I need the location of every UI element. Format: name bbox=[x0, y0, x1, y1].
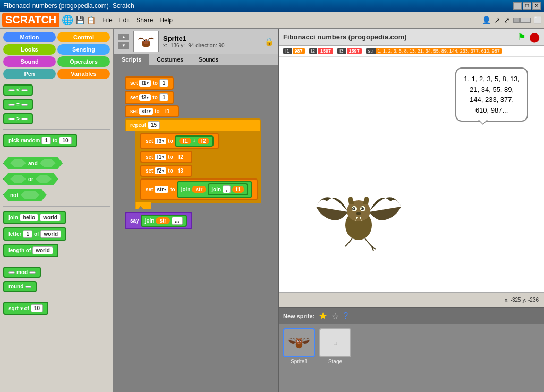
mod-block[interactable]: mod bbox=[3, 267, 41, 278]
block-say[interactable]: say join str ... bbox=[125, 212, 261, 229]
or-block[interactable]: or bbox=[3, 173, 58, 185]
tab-scripts[interactable]: Scripts bbox=[114, 54, 149, 65]
say-block[interactable]: say join str ... bbox=[125, 212, 192, 229]
block-less-than[interactable]: < bbox=[3, 84, 110, 96]
menu-file[interactable]: File bbox=[102, 16, 112, 24]
set-f1-loop-block[interactable]: set f1 to f2 bbox=[140, 151, 192, 163]
block-set-f1[interactable]: set f1 to 1 bbox=[125, 76, 261, 90]
bat-thumbnail-image bbox=[135, 32, 157, 51]
stage-canvas: 1, 1, 2, 3, 5, 8, 13,21, 34, 55, 89,144,… bbox=[279, 57, 544, 292]
sprite-item-sprite1[interactable]: Sprite1 bbox=[283, 328, 315, 364]
menu-share[interactable]: Share bbox=[136, 16, 153, 24]
sprite-name: Sprite1 bbox=[163, 35, 260, 42]
block-set-f1-loop[interactable]: set f1 to f2 bbox=[140, 151, 258, 163]
scripts-canvas[interactable]: set f1 to 1 set f2 to 1 set str to f1 bbox=[114, 66, 278, 392]
set-f2-init-block[interactable]: set f2 to 1 bbox=[125, 91, 174, 104]
repeat-header[interactable]: repeat 15 bbox=[125, 118, 261, 131]
category-looks[interactable]: Looks bbox=[3, 44, 56, 55]
greater-than-block[interactable]: > bbox=[3, 113, 33, 124]
var-f3-display: f3 1597 bbox=[337, 48, 362, 54]
save-icon[interactable]: 💾 bbox=[75, 16, 84, 24]
block-equals[interactable]: = bbox=[3, 99, 110, 110]
export-icon[interactable]: 📋 bbox=[87, 16, 96, 24]
tab-sounds[interactable]: Sounds bbox=[191, 54, 226, 65]
globe-icon[interactable]: 🌐 bbox=[62, 14, 73, 26]
category-control[interactable]: Control bbox=[57, 32, 110, 42]
block-not[interactable]: not bbox=[3, 189, 110, 201]
join-outer-block[interactable]: join str join , f1 bbox=[177, 181, 252, 198]
block-mod[interactable]: mod bbox=[3, 267, 110, 278]
round-block[interactable]: round bbox=[3, 281, 37, 292]
var-str-display: str 1, 1, 2, 3, 5, 8, 13, 21, 34, 55, 89… bbox=[366, 48, 502, 54]
block-set-str-init[interactable]: set str to f1 bbox=[125, 105, 261, 117]
set-str-init-block[interactable]: set str to f1 bbox=[125, 105, 179, 117]
add-sprite-random-button[interactable]: ? bbox=[343, 311, 348, 321]
stage-large-icon[interactable]: ⬜ bbox=[534, 16, 542, 24]
green-flag-button[interactable]: ⚑ bbox=[517, 31, 526, 43]
stage-thumbnail[interactable]: □ bbox=[319, 328, 351, 357]
category-variables[interactable]: Variables bbox=[57, 69, 110, 79]
red-stop-button[interactable]: ⬤ bbox=[529, 31, 540, 43]
block-and[interactable]: and bbox=[3, 157, 110, 169]
tab-costumes[interactable]: Costumes bbox=[149, 54, 191, 65]
block-set-f2-init[interactable]: set f2 to 1 bbox=[125, 91, 261, 104]
block-letter-of[interactable]: letter 1 of world bbox=[3, 227, 110, 241]
scripts-panel: ▲ ▼ Sprite1 x: -136 y: -94 dire bbox=[114, 29, 279, 392]
stage-small-icon[interactable] bbox=[513, 18, 531, 23]
block-greater-than[interactable]: > bbox=[3, 113, 110, 124]
minimize-button[interactable]: _ bbox=[513, 2, 522, 10]
lock-icon[interactable]: 🔒 bbox=[265, 37, 274, 46]
menu-help[interactable]: Help bbox=[159, 16, 173, 24]
svg-point-20 bbox=[300, 340, 301, 342]
block-or[interactable]: or bbox=[3, 173, 110, 185]
block-pick-random[interactable]: pick random 1 to 10 bbox=[3, 134, 110, 147]
repeat-block[interactable]: repeat 15 set f3 to f1 + f2 bbox=[125, 118, 261, 209]
window-controls[interactable]: _ □ ✕ bbox=[513, 2, 541, 10]
letter-of-block[interactable]: letter 1 of world bbox=[3, 227, 66, 241]
and-block[interactable]: and bbox=[3, 157, 63, 169]
block-length[interactable]: length of world bbox=[3, 244, 110, 257]
block-set-f2-loop[interactable]: set f2 to f3 bbox=[140, 165, 258, 177]
sprite-item-stage[interactable]: □ Stage bbox=[319, 328, 351, 364]
var-f2-display: f2 1597 bbox=[309, 48, 334, 54]
add-sprite-paint-button[interactable]: ★ bbox=[319, 310, 327, 322]
repeat-bottom-notch bbox=[135, 202, 261, 209]
duplicate-icon[interactable]: 👤 bbox=[482, 16, 491, 24]
category-sensing[interactable]: Sensing bbox=[57, 44, 110, 55]
scroll-down[interactable]: ▼ bbox=[118, 42, 129, 49]
block-round[interactable]: round bbox=[3, 281, 110, 292]
join-say-block[interactable]: join str ... bbox=[141, 215, 187, 227]
close-button[interactable]: ✕ bbox=[532, 2, 541, 10]
category-operators[interactable]: Operators bbox=[57, 56, 110, 67]
script-stack: set f1 to 1 set f2 to 1 set str to f1 bbox=[125, 76, 261, 230]
not-block[interactable]: not bbox=[3, 189, 47, 201]
set-f3-block[interactable]: set f3 to f1 + f2 bbox=[140, 133, 219, 149]
set-f2-loop-block[interactable]: set f2 to f3 bbox=[140, 165, 192, 177]
sprite-coords: x: -136 y: -94 direction: 90 bbox=[163, 42, 260, 48]
join-inner-block[interactable]: join , f1 bbox=[208, 183, 248, 195]
sprites-panel: New sprite: ★ ☆ ? bbox=[279, 307, 544, 392]
equals-block[interactable]: = bbox=[3, 99, 33, 110]
scroll-up[interactable]: ▲ bbox=[118, 34, 129, 40]
less-than-block[interactable]: < bbox=[3, 84, 33, 96]
pick-random-block[interactable]: pick random 1 to 10 bbox=[3, 134, 77, 147]
maximize-button[interactable]: □ bbox=[523, 2, 531, 10]
category-pen[interactable]: Pen bbox=[3, 69, 56, 79]
sprite1-thumbnail[interactable] bbox=[283, 328, 315, 357]
arrow-icon[interactable]: ↗ bbox=[494, 16, 500, 24]
set-f1-block[interactable]: set f1 to 1 bbox=[125, 76, 174, 90]
block-set-f3[interactable]: set f3 to f1 + f2 bbox=[140, 133, 258, 149]
fullscreen-icon[interactable]: ⤢ bbox=[504, 16, 510, 24]
set-str-loop-block[interactable]: set str to join str join , f1 bbox=[140, 178, 258, 200]
block-sqrt[interactable]: sqrt ▾ of 10 bbox=[3, 302, 110, 315]
block-set-str-loop[interactable]: set str to join str join , f1 bbox=[140, 178, 258, 200]
block-join[interactable]: join hello world bbox=[3, 211, 110, 224]
category-sound[interactable]: Sound bbox=[3, 56, 56, 67]
length-block[interactable]: length of world bbox=[3, 244, 58, 257]
add-block[interactable]: f1 + f2 bbox=[175, 135, 214, 147]
sqrt-block[interactable]: sqrt ▾ of 10 bbox=[3, 302, 48, 315]
join-block[interactable]: join hello world bbox=[3, 211, 66, 224]
category-motion[interactable]: Motion bbox=[3, 32, 56, 42]
menu-edit[interactable]: Edit bbox=[119, 16, 130, 24]
add-sprite-file-button[interactable]: ☆ bbox=[332, 311, 339, 321]
